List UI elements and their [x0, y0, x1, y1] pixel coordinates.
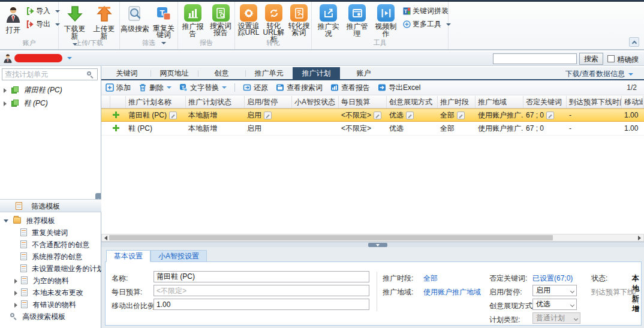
- upload-update-button[interactable]: 上传更新: [90, 4, 118, 40]
- expand-plus-button[interactable]: [110, 109, 126, 121]
- table-row[interactable]: 莆田鞋 (PC) 本地新增 启用 <不限定> 优选 全部 使用账户推广.. 67…: [101, 109, 644, 122]
- cell-negative-keywords[interactable]: 67 ; 0: [523, 122, 567, 135]
- expand-arrow-icon[interactable]: [4, 101, 7, 106]
- video-create-button[interactable]: 视频制作: [372, 4, 400, 37]
- expand-plus-button[interactable]: [110, 122, 126, 135]
- advanced-search-button[interactable]: 高级搜索: [121, 4, 149, 32]
- header-xiao-a-status[interactable]: 小A智投状态: [292, 96, 339, 108]
- template-item[interactable]: 为空的物料: [0, 275, 101, 287]
- schedule-link[interactable]: 全部: [423, 273, 438, 284]
- tab-keywords[interactable]: 关键词: [103, 67, 151, 79]
- download-view-data-link[interactable]: 下载/查看数据信息: [565, 69, 633, 79]
- edit-pencil-icon[interactable]: [264, 112, 272, 119]
- cell-creative-display[interactable]: 优选: [387, 109, 438, 121]
- restore-button[interactable]: 还原: [243, 83, 268, 93]
- cell-plan-name[interactable]: 莆田鞋 (PC): [126, 109, 186, 121]
- tab-account[interactable]: 账户: [340, 67, 387, 79]
- negative-keywords-link[interactable]: 已设置(67;0): [532, 273, 573, 284]
- cell-negative-keywords[interactable]: 67 ; 0: [523, 109, 567, 121]
- edit-pencil-icon[interactable]: [406, 112, 414, 119]
- name-input[interactable]: [154, 271, 369, 282]
- scrollbar-thumb[interactable]: [109, 235, 553, 240]
- scroll-left-icon[interactable]: [104, 236, 107, 240]
- table-row[interactable]: 鞋 (PC) 本地新增 启用 <不限定> 优选 全部 使用账户推广... 67 …: [101, 122, 644, 136]
- expand-arrow-icon[interactable]: [14, 291, 17, 296]
- scroll-right-icon[interactable]: [638, 236, 641, 240]
- cell-schedule[interactable]: 全部: [438, 109, 476, 121]
- header-budget-offline-time[interactable]: 到达预算下线时间: [567, 96, 622, 108]
- header-plan-status[interactable]: 推广计划状态: [186, 96, 245, 108]
- cell-budget-offline-time[interactable]: -: [567, 122, 622, 135]
- template-item[interactable]: 未设置最细业务的计划: [0, 263, 101, 275]
- filter-templates-header[interactable]: 筛选模板: [0, 199, 101, 212]
- cell-plan-status[interactable]: 本地新增: [186, 109, 245, 121]
- exact-search-checkbox[interactable]: [607, 55, 615, 62]
- set-tracking-url-button[interactable]: 设置追踪URL: [236, 4, 261, 36]
- cell-daily-budget[interactable]: <不限定>: [339, 122, 387, 135]
- region-link[interactable]: 使用账户推广地域: [423, 287, 481, 297]
- edit-pencil-icon[interactable]: [374, 112, 381, 119]
- header-daily-budget[interactable]: 每日预算: [339, 96, 387, 108]
- cell-mobile-bid-ratio[interactable]: 1.00: [622, 122, 643, 135]
- import-button[interactable]: 导入: [26, 5, 60, 16]
- cell-region[interactable]: 使用账户推广...: [476, 122, 523, 135]
- delete-button[interactable]: 删除: [139, 83, 171, 93]
- promo-report-button[interactable]: 推广报告: [179, 4, 207, 37]
- plan-unit-search-input[interactable]: [5, 70, 85, 79]
- cell-plan-status[interactable]: 本地新增: [186, 122, 245, 135]
- tab-basic-settings[interactable]: 基本设置: [106, 250, 151, 262]
- ribbon-collapse-button[interactable]: [629, 37, 639, 47]
- header-enable-pause[interactable]: 启用/暂停: [245, 96, 292, 108]
- search-term-report-button[interactable]: 搜索词报告: [207, 4, 234, 36]
- tab-creative[interactable]: 创意: [198, 67, 245, 79]
- convert-search-terms-button[interactable]: 转化搜索词: [286, 4, 312, 36]
- search-button[interactable]: 搜索: [579, 53, 603, 65]
- template-item[interactable]: 本地未发布更改: [0, 287, 101, 299]
- header-negative-keywords[interactable]: 否定关键词: [523, 96, 567, 108]
- export-excel-button[interactable]: 导出Excel: [378, 83, 420, 93]
- horizontal-scrollbar[interactable]: [101, 234, 644, 242]
- tab-promo-unit[interactable]: 推广单元: [245, 67, 293, 79]
- keyword-assemble-button[interactable]: T 关键词拼装: [403, 5, 449, 16]
- enable-pause-select[interactable]: 启用: [532, 285, 577, 296]
- cell-creative-display[interactable]: 优选: [387, 122, 438, 135]
- convert-url-parse-button[interactable]: 转化URL解析: [261, 4, 287, 43]
- edit-pencil-icon[interactable]: [457, 112, 465, 119]
- splitter-collapse-button[interactable]: [368, 243, 387, 247]
- template-item[interactable]: 系统推荐的创意: [0, 251, 101, 263]
- cell-xiao-a-status[interactable]: [292, 122, 339, 135]
- tab-web-address[interactable]: 网页地址: [151, 67, 198, 79]
- add-button[interactable]: 添加: [106, 83, 131, 93]
- cell-enable[interactable]: 启用: [245, 122, 292, 135]
- open-button[interactable]: 打开: [1, 4, 25, 34]
- header-schedule[interactable]: 推广时段: [438, 96, 476, 108]
- promo-live-button[interactable]: 推广实况: [314, 4, 342, 37]
- expand-arrow-icon[interactable]: [14, 279, 17, 284]
- cell-daily-budget[interactable]: <不限定>: [339, 109, 387, 121]
- cell-enable[interactable]: 启用: [245, 109, 292, 121]
- tab-promo-plan[interactable]: 推广计划: [293, 67, 340, 80]
- export-button[interactable]: 导出: [26, 19, 60, 29]
- daily-budget-input[interactable]: [154, 285, 369, 296]
- cell-schedule[interactable]: 全部: [438, 122, 476, 135]
- creative-display-select[interactable]: 优选: [532, 299, 577, 310]
- column-settings-gear-icon[interactable]: [635, 98, 643, 108]
- template-item[interactable]: 有错误的物料: [0, 299, 101, 311]
- expand-arrow-icon[interactable]: [4, 88, 7, 93]
- plan-tree-item[interactable]: 鞋 (PC): [0, 97, 101, 109]
- tab-xiao-a-settings[interactable]: 小A智投设置: [151, 250, 207, 262]
- header-creative-display[interactable]: 创意展现方式: [387, 96, 438, 108]
- header-plan-name[interactable]: 推广计划名称: [126, 96, 186, 108]
- view-report-button[interactable]: 查看报告: [330, 83, 370, 93]
- view-search-terms-button[interactable]: 查看搜索词: [276, 83, 323, 93]
- mobile-bid-ratio-input[interactable]: [154, 299, 369, 310]
- global-search-input[interactable]: [493, 53, 577, 64]
- account-dropdown-icon[interactable]: [67, 57, 72, 59]
- edit-pencil-icon[interactable]: [546, 112, 554, 119]
- edit-pencil-icon[interactable]: [169, 112, 177, 119]
- promo-manage-button[interactable]: 推广管理: [343, 4, 371, 37]
- advanced-search-templates-item[interactable]: 高级搜索模板: [0, 311, 101, 323]
- cell-budget-offline-time[interactable]: -: [567, 109, 622, 121]
- cell-plan-name[interactable]: 鞋 (PC): [126, 122, 186, 135]
- panel-splitter[interactable]: [101, 242, 644, 247]
